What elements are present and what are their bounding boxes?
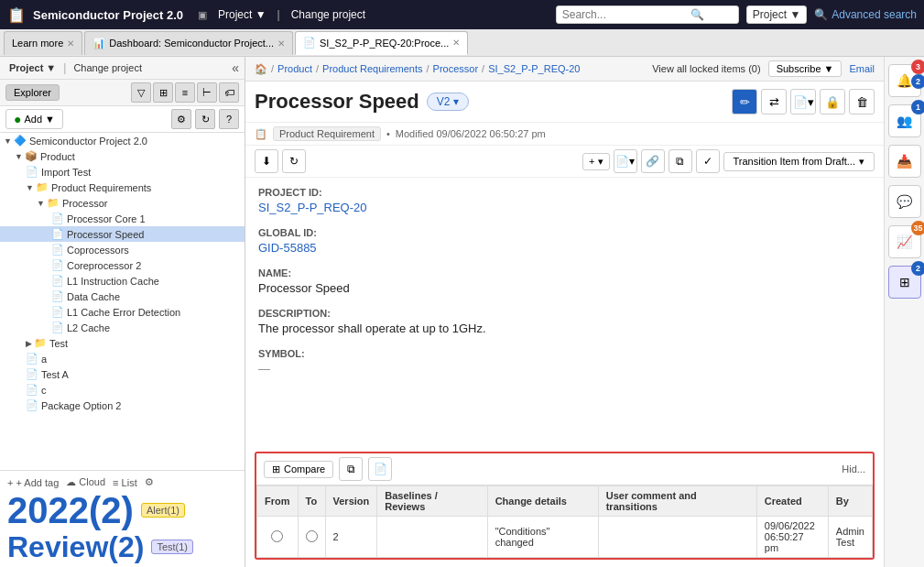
copy-btn[interactable]: ⧉: [669, 149, 692, 173]
compare-btn[interactable]: ⊞ Compare: [264, 461, 333, 478]
project-icon: 🔷: [14, 135, 27, 147]
tree-item-package[interactable]: 📄 Package Option 2: [0, 398, 245, 413]
activity-rp-icon[interactable]: 📈 35: [888, 225, 921, 258]
tree-item-processor[interactable]: ▼ 📁 Processor: [0, 195, 245, 211]
breadcrumb-actions: View all locked items (0) Subscribe ▼ Em…: [652, 60, 875, 77]
breadcrumb-item-id[interactable]: SI_S2_P-P_REQ-20: [488, 63, 580, 74]
doc-action-btn[interactable]: 📄▾: [614, 149, 637, 173]
add-action-dropdown[interactable]: + ▾: [582, 153, 609, 170]
refresh-btn[interactable]: ↻: [282, 149, 306, 173]
year-display: 2022(2): [7, 492, 134, 529]
subscribe-btn[interactable]: Subscribe ▼: [768, 60, 842, 77]
l1-instruction-cache-icon: 📄: [51, 275, 64, 287]
tree-item-test[interactable]: ▶ 📁 Test: [0, 335, 245, 351]
tree-item-coreprocessor2[interactable]: 📄 Coreprocessor 2: [0, 257, 245, 273]
settings-view-btn[interactable]: ⚙: [145, 476, 154, 488]
help-icon[interactable]: ?: [219, 109, 239, 129]
global-id-value[interactable]: GID-55885: [258, 241, 871, 255]
sidebar-change-project-btn[interactable]: Change project: [70, 60, 146, 75]
view-locked-text[interactable]: View all locked items (0): [652, 63, 760, 74]
email-btn[interactable]: Email: [849, 63, 875, 74]
compare-toolbar: ⊞ Compare ⧉ 📄 Hid...: [256, 453, 873, 485]
to-radio[interactable]: [306, 530, 318, 542]
add-tag-btn[interactable]: + + Add tag: [7, 477, 59, 488]
transition-arrow: ▾: [859, 156, 864, 168]
refresh-icon[interactable]: ↻: [195, 109, 215, 129]
compare-doc-btn[interactable]: 📄: [368, 457, 392, 481]
tab-dashboard[interactable]: 📊 Dashboard: Semiconductor Project... ✕: [84, 31, 293, 55]
history-rp-icon[interactable]: ⊞ 2: [888, 266, 921, 299]
transition-btn[interactable]: Transition Item from Draft... ▾: [723, 152, 875, 171]
alert-badge[interactable]: Alert(1): [141, 503, 185, 518]
tree-item-product[interactable]: ▼ 📦 Product: [0, 148, 245, 164]
lock-btn[interactable]: 🔒: [820, 89, 845, 114]
project-menu-btn[interactable]: Project ▼: [214, 6, 270, 23]
tab-learn-more[interactable]: Learn more ✕: [4, 31, 82, 55]
change-project-btn[interactable]: Change project: [288, 6, 369, 23]
list-btn[interactable]: ≡ List: [113, 477, 137, 488]
breadcrumb-product-req[interactable]: Product Requirements: [322, 63, 422, 74]
view-icon-grid[interactable]: ⊞: [153, 82, 173, 103]
tree-item-test-a[interactable]: 📄 Test A: [0, 366, 245, 382]
history-back-btn[interactable]: ⬇: [255, 149, 278, 173]
add-btn[interactable]: ● Add ▼: [5, 109, 63, 129]
view-icon-tag[interactable]: 🏷: [219, 82, 239, 103]
from-radio[interactable]: [271, 530, 283, 542]
view-icon-tree[interactable]: ⊢: [197, 82, 217, 103]
search-input[interactable]: [562, 8, 690, 21]
delete-btn[interactable]: 🗑: [849, 89, 875, 114]
explorer-btn[interactable]: Explorer: [5, 84, 60, 101]
sidebar-project-btn[interactable]: Project ▼: [5, 60, 60, 75]
tree-item-coprocessors[interactable]: 📄 Coprocessors: [0, 242, 245, 257]
check-btn[interactable]: ✓: [696, 149, 720, 173]
tree-item-processor-core1[interactable]: 📄 Processor Core 1: [0, 211, 245, 226]
tree-item-processor-speed[interactable]: 📄 Processor Speed: [0, 226, 245, 242]
view-icon-filter[interactable]: ▽: [131, 82, 151, 103]
edit-btn[interactable]: ✏: [732, 89, 757, 114]
processor-core1-label: Processor Core 1: [67, 213, 146, 224]
tree-item-import-test[interactable]: 📄 Import Test: [0, 164, 245, 180]
hide-btn[interactable]: Hid...: [842, 463, 865, 474]
l2-cache-label: L2 Cache: [67, 322, 110, 333]
project-selector[interactable]: Project ▼: [746, 5, 808, 24]
download-rp-icon[interactable]: 📥: [888, 145, 921, 178]
tree-item-c[interactable]: 📄 c: [0, 382, 245, 398]
cloud-btn[interactable]: ☁ ☁ Cloud Cloud: [66, 476, 105, 488]
breadcrumb-processor[interactable]: Processor: [433, 63, 479, 74]
tab-close-dashboard[interactable]: ✕: [277, 38, 285, 49]
test-badge[interactable]: Test(1): [151, 540, 193, 554]
sidebar-project-toolbar: Project ▼ | Change project «: [0, 57, 245, 80]
tree-item-data-cache[interactable]: 📄 Data Cache: [0, 289, 245, 304]
compare-section: ⊞ Compare ⧉ 📄 Hid... From To Version Bas…: [255, 452, 875, 560]
name-label: NAME:: [258, 267, 871, 278]
search-icon-2: 🔍: [814, 8, 828, 21]
compare-copy-btn[interactable]: ⧉: [339, 457, 363, 481]
tab-close-item[interactable]: ✕: [452, 38, 460, 48]
from-radio-cell[interactable]: [257, 517, 299, 558]
users-rp-icon[interactable]: 👥 1: [888, 104, 921, 137]
breadcrumb-product[interactable]: Product: [277, 63, 312, 74]
settings-icon[interactable]: ⚙: [171, 109, 191, 129]
to-radio-cell[interactable]: [298, 517, 325, 558]
description-value: The processor shall operate at up to 1GH…: [258, 322, 871, 335]
advanced-search-link[interactable]: 🔍 Advanced search: [814, 8, 917, 21]
project-id-value[interactable]: SI_S2_P-P_REQ-20: [258, 201, 871, 214]
doc-btn[interactable]: 📄▾: [790, 89, 816, 114]
sidebar-collapse-btn[interactable]: «: [232, 60, 239, 75]
tree-item-l2-cache[interactable]: 📄 L2 Cache: [0, 320, 245, 335]
tree-item-product-req[interactable]: ▼ 📁 Product Requirements: [0, 180, 245, 195]
tab-item[interactable]: 📄 SI_S2_P-P_REQ-20:Proce... ✕: [295, 31, 468, 55]
tree-item-a[interactable]: 📄 a: [0, 351, 245, 366]
package-icon: 📄: [26, 399, 38, 411]
split-btn[interactable]: ⇄: [761, 89, 787, 114]
tree-item-l1-cache-error[interactable]: 📄 L1 Cache Error Detection: [0, 304, 245, 320]
link-btn[interactable]: 🔗: [641, 149, 665, 173]
tree-item-l1-instruction-cache[interactable]: 📄 L1 Instruction Cache: [0, 273, 245, 289]
view-icon-list[interactable]: ≡: [175, 82, 195, 103]
baselines-cell: [377, 517, 487, 558]
tab-close-learn[interactable]: ✕: [67, 38, 74, 49]
version-badge[interactable]: V2 ▾: [427, 93, 469, 111]
tree-root[interactable]: ▼ 🔷 Semiconductor Project 2.0: [0, 133, 245, 148]
notification-icon[interactable]: 🔔 3 2: [888, 64, 921, 97]
chat-rp-icon[interactable]: 💬: [888, 185, 921, 218]
